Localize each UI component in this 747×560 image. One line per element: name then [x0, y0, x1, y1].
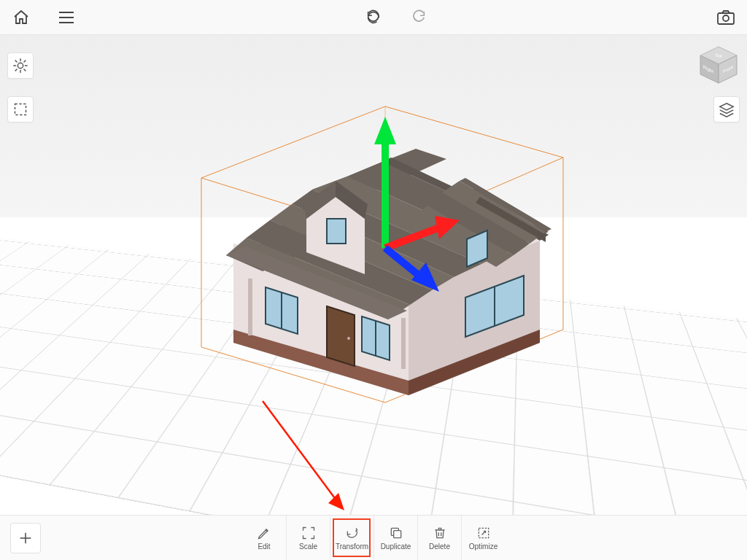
- bottom-toolbar: Edit Scale Transform Duplicate Delete Op…: [0, 515, 747, 560]
- home-icon: [12, 9, 30, 26]
- camera-button[interactable]: [713, 5, 738, 30]
- tool-label: Duplicate: [381, 542, 411, 551]
- scale-icon: [301, 526, 316, 540]
- svg-line-73: [24, 69, 26, 71]
- svg-point-67: [18, 63, 23, 68]
- svg-rect-76: [15, 104, 26, 115]
- camera-icon: [716, 9, 735, 26]
- redo-icon: [411, 9, 427, 26]
- selection-mode-button[interactable]: [7, 96, 34, 122]
- lighting-button[interactable]: [7, 52, 34, 79]
- selection-icon: [13, 102, 28, 117]
- top-toolbar: [0, 0, 747, 35]
- tool-duplicate[interactable]: Duplicate: [374, 516, 417, 560]
- tool-transform[interactable]: Transform: [330, 516, 374, 560]
- layers-icon: [719, 101, 735, 117]
- menu-icon: [58, 10, 75, 25]
- sun-icon: [12, 58, 28, 74]
- viewport-sky: [0, 35, 747, 217]
- transform-icon: [345, 526, 360, 540]
- svg-line-75: [24, 61, 26, 62]
- tool-label: Edit: [258, 542, 270, 551]
- layers-button[interactable]: [713, 96, 740, 122]
- add-button[interactable]: [10, 523, 41, 553]
- tool-scale[interactable]: Scale: [286, 516, 330, 560]
- viewport-grid-floor: [0, 211, 747, 515]
- tool-label: Optimize: [469, 542, 498, 551]
- undo-icon: [365, 9, 382, 26]
- plus-icon: [18, 530, 34, 546]
- tool-label: Transform: [336, 542, 368, 551]
- svg-point-4: [723, 15, 729, 21]
- svg-line-72: [15, 61, 17, 62]
- svg-line-74: [15, 69, 17, 71]
- menu-button[interactable]: [54, 5, 79, 30]
- svg-rect-83: [393, 530, 400, 537]
- redo-button[interactable]: [406, 5, 431, 30]
- pencil-icon: [257, 526, 271, 540]
- trash-icon: [433, 526, 447, 540]
- home-button[interactable]: [9, 5, 34, 30]
- tool-label: Scale: [299, 542, 317, 551]
- svg-marker-77: [720, 104, 733, 110]
- tool-edit[interactable]: Edit: [242, 516, 286, 560]
- viewcube-top-label: Top: [715, 53, 722, 58]
- viewport-3d[interactable]: [0, 35, 747, 515]
- undo-button[interactable]: [361, 5, 386, 30]
- tool-optimize[interactable]: Optimize: [461, 516, 505, 560]
- optimize-icon: [476, 526, 491, 540]
- duplicate-icon: [389, 526, 403, 540]
- tool-delete[interactable]: Delete: [417, 516, 461, 560]
- tool-label: Delete: [429, 542, 450, 551]
- viewcube[interactable]: Top Right Front: [697, 44, 740, 86]
